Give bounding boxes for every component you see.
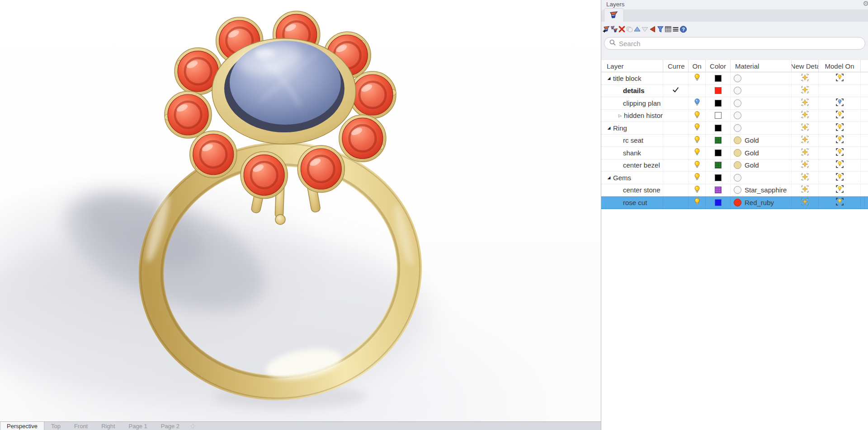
layer-name[interactable]: center bezel: [623, 161, 660, 169]
layer-name-cell[interactable]: ◢Ring: [601, 122, 663, 134]
layer-on-cell[interactable]: [689, 196, 706, 209]
current-layer-cell[interactable]: [663, 196, 689, 209]
material-circle[interactable]: [734, 136, 741, 144]
color-swatch[interactable]: [715, 174, 722, 181]
new-detail-on-cell[interactable]: [792, 122, 819, 134]
column-header-layer[interactable]: Layer: [601, 60, 663, 72]
new-detail-on-cell[interactable]: [792, 110, 819, 122]
duplicate-layer-button[interactable]: [626, 23, 633, 34]
model-on-cell[interactable]: [819, 85, 861, 97]
layer-on-cell[interactable]: [689, 85, 706, 97]
delete-layer-button[interactable]: [618, 23, 626, 34]
current-layer-cell[interactable]: [663, 110, 689, 122]
material-circle[interactable]: [734, 75, 741, 82]
layer-row-clipping-plan[interactable]: clipping plan: [601, 97, 868, 110]
column-header-model-on[interactable]: Model On: [819, 60, 861, 72]
current-layer-cell[interactable]: [663, 135, 689, 147]
layer-material-cell[interactable]: Star_sapphire: [731, 184, 792, 196]
layer-name[interactable]: Gems: [613, 174, 631, 182]
layer-material-cell[interactable]: [731, 85, 792, 97]
model-on-cell[interactable]: [819, 97, 861, 109]
model-on-cell[interactable]: [819, 110, 861, 122]
layer-name[interactable]: rose cut: [623, 199, 647, 206]
layer-name[interactable]: shank: [623, 149, 641, 157]
layer-name-cell[interactable]: center stone: [601, 184, 663, 196]
perspective-viewport[interactable]: [0, 0, 601, 421]
color-swatch[interactable]: [715, 137, 722, 144]
color-swatch[interactable]: [715, 150, 722, 156]
viewport-tab-top[interactable]: Top: [44, 422, 67, 430]
layer-on-cell[interactable]: [689, 135, 706, 147]
filter-button[interactable]: [656, 23, 664, 34]
column-header-current[interactable]: Curre: [663, 60, 689, 72]
column-header-on[interactable]: On: [689, 60, 706, 72]
layer-row-center-stone[interactable]: center stoneStar_sapphire: [601, 184, 868, 197]
layer-color-cell[interactable]: [706, 196, 731, 209]
layer-color-cell[interactable]: [706, 85, 731, 97]
model-on-cell[interactable]: [819, 122, 861, 134]
layer-name-cell[interactable]: ◢title block: [601, 72, 663, 84]
move-up-button[interactable]: [633, 23, 641, 34]
search-box[interactable]: [604, 37, 865, 50]
material-circle[interactable]: [734, 87, 741, 94]
layer-name-cell[interactable]: ◢Gems: [601, 172, 663, 184]
layer-material-cell[interactable]: Gold: [731, 147, 792, 159]
new-sublayer-button[interactable]: [610, 23, 618, 34]
column-header-material[interactable]: Material: [731, 60, 792, 72]
layer-material-cell[interactable]: Gold: [731, 135, 792, 147]
new-layer-button[interactable]: [603, 23, 610, 34]
layer-on-cell[interactable]: [689, 122, 706, 134]
layer-material-cell[interactable]: Red_ruby: [731, 196, 792, 209]
layer-name[interactable]: details: [623, 87, 645, 94]
model-on-cell[interactable]: [819, 184, 861, 196]
layer-name-cell[interactable]: rc seat: [601, 135, 663, 147]
layer-material-cell[interactable]: [731, 72, 792, 84]
model-on-cell[interactable]: [819, 172, 861, 184]
layer-on-cell[interactable]: [689, 72, 706, 84]
expander-expanded-icon[interactable]: ◢: [607, 175, 611, 180]
layer-material-cell[interactable]: [731, 172, 792, 184]
new-detail-on-cell[interactable]: [792, 72, 819, 84]
layer-name-cell[interactable]: shank: [601, 147, 663, 159]
layer-color-cell[interactable]: [706, 135, 731, 147]
color-swatch[interactable]: [715, 100, 722, 107]
viewport-tab-page-2[interactable]: Page 2: [154, 422, 186, 430]
current-layer-cell[interactable]: [663, 97, 689, 109]
layer-material-cell[interactable]: [731, 122, 792, 134]
color-swatch[interactable]: [715, 199, 722, 206]
column-header-new-detail[interactable]: New Deta: [792, 60, 819, 72]
column-header-color[interactable]: Color: [706, 60, 731, 72]
layer-on-cell[interactable]: [689, 147, 706, 159]
expander-expanded-icon[interactable]: ◢: [607, 76, 611, 80]
layer-row-Gems[interactable]: ◢Gems: [601, 172, 868, 184]
current-layer-cell[interactable]: [663, 172, 689, 184]
move-down-button[interactable]: [641, 23, 649, 34]
model-on-cell[interactable]: [819, 135, 861, 147]
layer-on-cell[interactable]: [689, 184, 706, 196]
new-detail-on-cell[interactable]: [792, 184, 819, 196]
layer-row-hidden-histor[interactable]: ▷hidden histor: [601, 110, 868, 122]
new-detail-on-cell[interactable]: [792, 85, 819, 97]
layer-row-center-bezel[interactable]: center bezelGold: [601, 159, 868, 172]
layer-row-title-block[interactable]: ◢title block: [601, 72, 868, 85]
layer-on-cell[interactable]: [689, 97, 706, 109]
layer-color-cell[interactable]: [706, 97, 731, 109]
layer-material-cell[interactable]: [731, 110, 792, 122]
layer-name-cell[interactable]: rose cut: [601, 196, 663, 209]
material-circle[interactable]: [734, 161, 741, 169]
layer-name-cell[interactable]: center bezel: [601, 159, 663, 172]
current-layer-cell[interactable]: [663, 159, 689, 172]
layer-color-cell[interactable]: [706, 72, 731, 84]
new-detail-on-cell[interactable]: [792, 97, 819, 109]
expander-collapsed-icon[interactable]: ▷: [618, 113, 622, 118]
gear-icon[interactable]: ⚙: [863, 0, 868, 8]
viewport-tab-page-1[interactable]: Page 1: [122, 422, 154, 430]
layer-color-cell[interactable]: [706, 147, 731, 159]
layer-material-cell[interactable]: Gold: [731, 159, 792, 172]
color-swatch[interactable]: [715, 75, 722, 82]
layer-color-cell[interactable]: [706, 184, 731, 196]
viewport-tab-perspective[interactable]: Perspective: [0, 422, 44, 430]
layer-on-cell[interactable]: [689, 159, 706, 172]
material-circle[interactable]: [734, 174, 741, 182]
search-input[interactable]: [619, 40, 860, 47]
